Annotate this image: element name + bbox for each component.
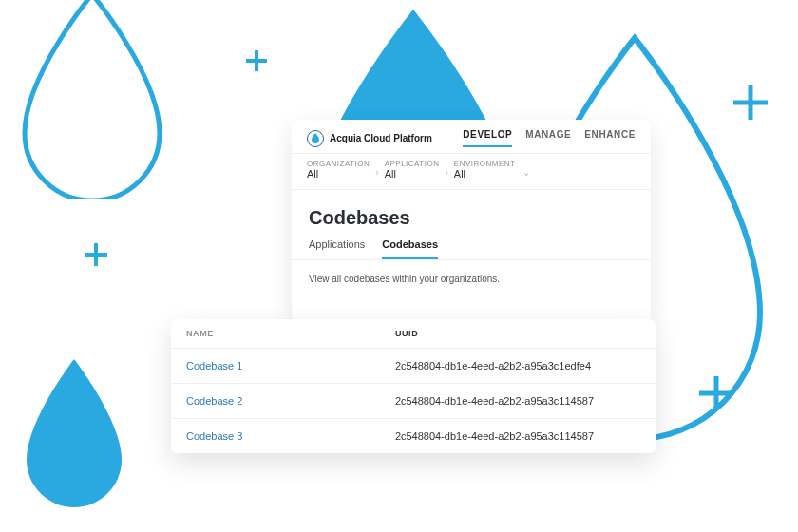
plus-icon — [82, 240, 110, 269]
page-title: Codebases — [292, 190, 651, 238]
drop-bottomleft-filled-icon — [17, 357, 131, 509]
tab-develop[interactable]: DEVELOP — [463, 129, 512, 147]
codebase-uuid: 2c548804-db1e-4eed-a2b2-a95a3c114587 — [395, 395, 640, 407]
breadcrumb-application[interactable]: APPLICATION All — [385, 160, 440, 180]
table-row: Codebase 2 2c548804-db1e-4eed-a2b2-a95a3… — [171, 383, 656, 418]
breadcrumb-value: All — [307, 168, 370, 180]
plus-icon — [243, 48, 270, 74]
tab-manage[interactable]: MANAGE — [525, 129, 571, 147]
breadcrumb-label: ENVIRONMENT — [454, 160, 516, 168]
subtab-applications[interactable]: Applications — [309, 238, 365, 259]
plus-icon — [694, 370, 739, 416]
tab-enhance[interactable]: ENHANCE — [584, 129, 636, 147]
breadcrumb-value: All — [454, 168, 516, 180]
breadcrumb-label: ORGANIZATION — [307, 160, 370, 168]
brand-name: Acquia Cloud Platform — [330, 133, 432, 143]
codebase-link[interactable]: Codebase 3 — [186, 430, 395, 442]
breadcrumb: ORGANIZATION All › APPLICATION All › ENV… — [292, 153, 651, 190]
codebase-link[interactable]: Codebase 1 — [186, 360, 395, 371]
breadcrumb-value: All — [385, 168, 440, 180]
subtabs: Applications Codebases — [292, 238, 651, 260]
breadcrumb-environment[interactable]: ENVIRONMENT All — [454, 160, 516, 180]
column-header-name: NAME — [186, 329, 395, 338]
topbar: Acquia Cloud Platform DEVELOP MANAGE ENH… — [292, 120, 651, 153]
codebase-link[interactable]: Codebase 2 — [186, 395, 395, 407]
breadcrumb-organization[interactable]: ORGANIZATION All — [307, 160, 370, 180]
top-nav: DEVELOP MANAGE ENHANCE — [463, 129, 636, 147]
chevron-down-icon[interactable]: ⌄ — [522, 167, 530, 180]
table-header-row: NAME UUID — [171, 319, 656, 348]
drop-topleft-outline-icon — [11, 0, 173, 200]
column-header-uuid: UUID — [395, 329, 640, 338]
plus-icon — [728, 80, 773, 125]
codebases-table: NAME UUID Codebase 1 2c548804-db1e-4eed-… — [171, 319, 656, 453]
app-card: Acquia Cloud Platform DEVELOP MANAGE ENH… — [292, 120, 651, 322]
codebase-uuid: 2c548804-db1e-4eed-a2b2-a95a3c1edfe4 — [395, 360, 640, 371]
chevron-right-icon: › — [445, 167, 447, 180]
subtab-codebases[interactable]: Codebases — [382, 238, 438, 259]
view-description: View all codebases within your organizat… — [292, 260, 651, 314]
table-row: Codebase 3 2c548804-db1e-4eed-a2b2-a95a3… — [171, 418, 656, 453]
breadcrumb-label: APPLICATION — [385, 160, 440, 168]
chevron-right-icon: › — [375, 167, 378, 180]
drop-logo-icon — [307, 130, 324, 147]
table-row: Codebase 1 2c548804-db1e-4eed-a2b2-a95a3… — [171, 348, 656, 383]
codebase-uuid: 2c548804-db1e-4eed-a2b2-a95a3c114587 — [395, 430, 640, 442]
brand-logo: Acquia Cloud Platform — [307, 130, 432, 147]
